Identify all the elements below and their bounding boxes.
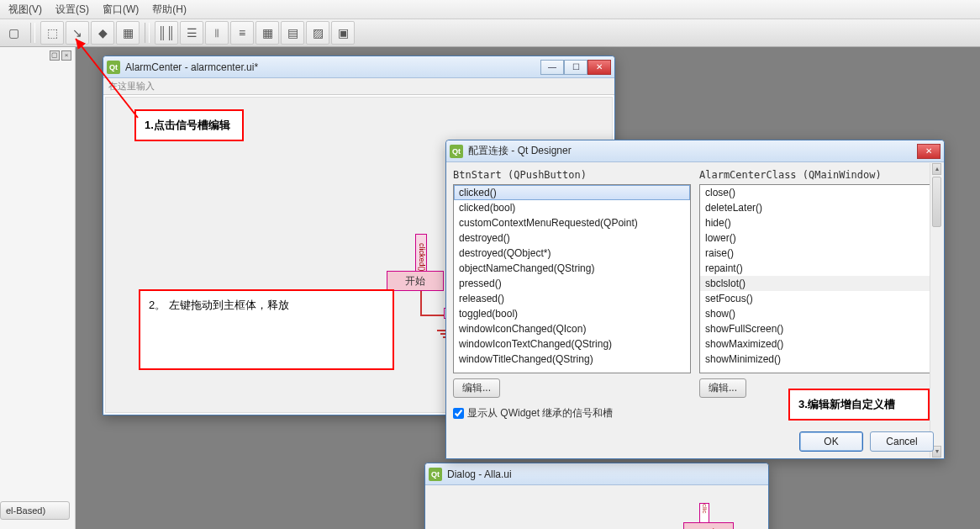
toolbar-layout-grid[interactable]: ▦ [256, 21, 279, 45]
slot-item[interactable]: showMaximized() [700, 336, 936, 352]
toolbar-btn-tab-order[interactable]: ▦ [116, 21, 140, 45]
toolbar-layout-h[interactable]: ║║ [155, 21, 178, 45]
config-title: 配置连接 - Qt Designer [468, 144, 917, 158]
toolbar-adjust-size[interactable]: ▣ [331, 21, 355, 45]
slot-item[interactable]: lower() [700, 230, 936, 246]
minimize-button[interactable]: — [540, 60, 564, 75]
signal-item[interactable]: windowTitleChanged(QString) [454, 352, 690, 367]
signals-column: BtnStart (QPushButton) clicked()clicked(… [453, 169, 691, 398]
toolbar-btn-widget[interactable]: ⬚ [40, 21, 64, 45]
signals-header: BtnStart (QPushButton) [453, 169, 691, 181]
alla-dialog-window: Qt Dialog - Alla.ui clic cel [424, 463, 769, 529]
app-toolbar: ▢ ⬚ ↘ ◆ ▦ ║║ ☰ ⫴ ≡ ▦ ▤ ▨ ▣ [0, 19, 980, 47]
annotation-2: 2。 左键拖动到主框体，释放 [139, 289, 394, 370]
toolbar-btn-1[interactable]: ▢ [2, 21, 25, 45]
annotation-3: 3.编辑新增自定义槽 [788, 389, 930, 421]
slot-item[interactable]: showMinimized() [700, 352, 936, 367]
signal-item[interactable]: destroyed(QObject*) [454, 246, 690, 261]
scrollbar[interactable]: ▴▾ [930, 184, 937, 373]
menu-window[interactable]: 窗口(W) [97, 1, 144, 19]
edit-signals-button[interactable]: 编辑... [453, 378, 500, 398]
alla-canvas[interactable]: clic cel [425, 485, 768, 529]
connection-wire [420, 315, 444, 316]
annotation-1: 1.点击信号槽编辑 [134, 109, 244, 141]
signal-item[interactable]: destroyed() [454, 230, 690, 246]
form-menubar[interactable]: 在这里输入 [103, 78, 614, 95]
alla-title: Dialog - Alla.ui [447, 468, 765, 480]
slot-item[interactable]: showFullScreen() [700, 321, 936, 336]
signal-item[interactable]: clicked(bool) [454, 200, 690, 215]
app-menubar: 视图(V) 设置(S) 窗口(W) 帮助(H) [0, 0, 980, 19]
slot-item[interactable]: deleteLater() [700, 200, 936, 215]
toolbar-break-layout[interactable]: ▨ [306, 21, 329, 45]
signal-item[interactable]: windowIconChanged(QIcon) [454, 321, 690, 336]
toolbar-layout-hs[interactable]: ⫴ [205, 21, 229, 45]
close-button[interactable]: ✕ [587, 60, 611, 75]
signal-item[interactable]: toggled(bool) [454, 306, 690, 321]
slot-item[interactable]: close() [700, 185, 936, 200]
signals-listbox[interactable]: clicked()clicked(bool)customContextMenuR… [453, 184, 691, 373]
cancel-button[interactable]: Cancel [870, 431, 934, 452]
btnstart-widget[interactable]: 开始 [387, 271, 444, 291]
menu-settings[interactable]: 设置(S) [50, 1, 94, 19]
slots-header: AlarmCenterClass (QMainWindow) [699, 169, 937, 181]
toolbar-btn-signal-slot[interactable]: ↘ [66, 21, 89, 45]
slot-item[interactable]: raise() [700, 246, 936, 261]
toolbar-layout-v[interactable]: ☰ [180, 21, 203, 45]
qt-icon: Qt [450, 145, 463, 158]
toolbar-separator [145, 23, 150, 43]
toolbar-layout-form[interactable]: ▤ [281, 21, 304, 45]
menu-help[interactable]: 帮助(H) [147, 1, 192, 19]
maximize-button[interactable]: ☐ [564, 60, 587, 75]
signal-item[interactable]: objectNameChanged(QString) [454, 261, 690, 276]
slot-item[interactable]: sbclslot() [700, 276, 936, 291]
slots-column: AlarmCenterClass (QMainWindow) close()de… [699, 169, 937, 398]
qt-icon: Qt [107, 61, 120, 74]
slot-item[interactable]: show() [700, 306, 936, 321]
signal-item[interactable]: pressed() [454, 276, 690, 291]
toolbar-btn-buddy[interactable]: ◆ [91, 21, 114, 45]
connection-wire [420, 291, 422, 316]
menu-view[interactable]: 视图(V) [3, 1, 47, 19]
alarmcenter-title: AlarmCenter - alarmcenter.ui* [125, 61, 540, 73]
dock-float-icon[interactable]: ▢ [50, 50, 60, 61]
edit-slots-button[interactable]: 编辑... [699, 378, 746, 398]
close-button[interactable]: ✕ [917, 144, 940, 159]
dock-close-icon[interactable]: × [61, 50, 71, 61]
signal-item[interactable]: windowIconTextChanged(QString) [454, 336, 690, 352]
alla-titlebar[interactable]: Qt Dialog - Alla.ui [425, 463, 768, 485]
ok-button[interactable]: OK [799, 431, 863, 452]
slot-item[interactable]: repaint() [700, 261, 936, 276]
panel-tab-model-based[interactable]: el-Based) [0, 501, 70, 520]
dock-controls: ▢ × [50, 50, 71, 61]
config-titlebar[interactable]: Qt 配置连接 - Qt Designer ✕ [446, 140, 944, 162]
qt-icon: Qt [429, 468, 442, 481]
signal-item[interactable]: released() [454, 291, 690, 306]
alla-cancel-widget[interactable]: clic cel [683, 522, 734, 529]
alarmcenter-titlebar[interactable]: Qt AlarmCenter - alarmcenter.ui* — ☐ ✕ [103, 56, 614, 78]
inherit-label: 显示从 QWidget 继承的信号和槽 [467, 406, 613, 421]
slots-listbox[interactable]: close()deleteLater()hide()lower()raise()… [699, 184, 937, 373]
slot-item[interactable]: setFocus() [700, 291, 936, 306]
alla-signal-label: clic [699, 503, 709, 523]
left-dock-panel: ▢ × el-Based) m-Based) [0, 47, 76, 529]
signal-item[interactable]: clicked() [454, 185, 690, 200]
signal-item[interactable]: customContextMenuRequested(QPoint) [454, 215, 690, 230]
inherit-checkbox[interactable] [453, 408, 464, 419]
slot-item[interactable]: hide() [700, 215, 936, 230]
toolbar-separator [30, 23, 35, 43]
toolbar-layout-vs[interactable]: ≡ [230, 21, 254, 45]
